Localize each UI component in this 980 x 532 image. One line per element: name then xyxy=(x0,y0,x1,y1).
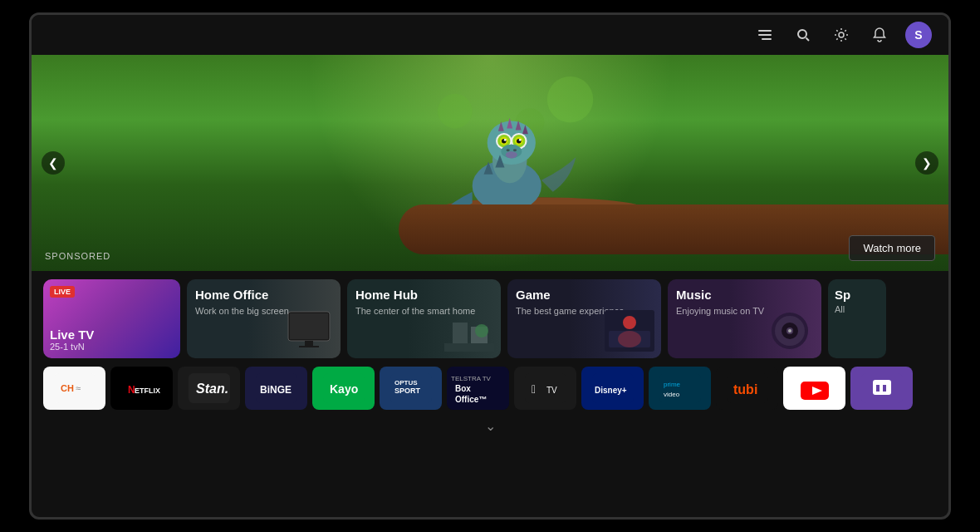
watch-more-button[interactable]: Watch more xyxy=(849,235,935,261)
category-card-sp[interactable]: Sp All xyxy=(828,279,886,358)
live-badge: LIVE xyxy=(50,286,75,298)
app-telstra-tv[interactable]: TELSTRA TV Box Office™ xyxy=(447,367,509,410)
hero-prev-button[interactable]: ❮ xyxy=(42,151,65,175)
app-stan[interactable]: Stan. xyxy=(178,367,240,410)
search-icon[interactable] xyxy=(791,22,816,47)
svg-text:Disney+: Disney+ xyxy=(595,386,627,395)
menu-icon[interactable] xyxy=(752,22,777,47)
home-hub-title: Home Hub xyxy=(355,288,492,302)
svg-text:video: video xyxy=(664,391,680,398)
app-twitch[interactable] xyxy=(850,367,913,410)
svg-text::  xyxy=(532,382,536,396)
svg-point-43 xyxy=(623,316,636,329)
svg-point-26 xyxy=(504,139,507,141)
app-disney-plus[interactable]: Disney+ xyxy=(581,367,644,410)
app-prime-video[interactable]: prime video xyxy=(649,367,711,410)
svg-rect-2 xyxy=(762,38,772,40)
apps-row: CH ≈ N ETFLIX Stan. BiNGE xyxy=(32,363,948,416)
svg-rect-1 xyxy=(758,34,772,36)
svg-rect-37 xyxy=(299,346,319,347)
header: S xyxy=(32,15,948,55)
svg-text:prime: prime xyxy=(664,381,681,388)
svg-text:≈: ≈ xyxy=(76,383,81,393)
svg-rect-36 xyxy=(305,341,313,346)
svg-point-5 xyxy=(839,32,844,37)
app-binge[interactable]: BiNGE xyxy=(245,367,307,410)
svg-rect-39 xyxy=(453,323,468,343)
svg-rect-38 xyxy=(444,343,494,352)
category-card-game[interactable]: Game The best game experience xyxy=(507,279,661,358)
svg-text:Office™: Office™ xyxy=(455,395,487,404)
svg-rect-84 xyxy=(873,380,891,395)
app-tubi[interactable]: tubi xyxy=(716,367,778,410)
svg-point-50 xyxy=(788,329,791,332)
svg-point-7 xyxy=(547,76,593,122)
svg-point-3 xyxy=(798,30,806,38)
svg-text:CH: CH xyxy=(61,383,74,393)
svg-rect-86 xyxy=(883,385,886,392)
hero-banner: ❮ ❯ SPONSORED Watch more xyxy=(32,55,948,271)
svg-point-41 xyxy=(475,324,488,337)
category-card-home-office[interactable]: Home Office Work on the big screen xyxy=(187,279,341,358)
notification-icon[interactable] xyxy=(867,22,892,47)
svg-point-29 xyxy=(507,149,510,151)
category-card-live-tv[interactable]: LIVE Live TV 25-1 tvN xyxy=(43,279,180,358)
avatar[interactable]: S xyxy=(905,22,932,48)
app-youtube[interactable] xyxy=(783,367,845,410)
tv-frame: S xyxy=(29,12,951,520)
settings-icon[interactable] xyxy=(829,22,854,47)
app-channel[interactable]: CH ≈ xyxy=(43,367,105,410)
svg-rect-45 xyxy=(609,331,650,347)
chevron-down-icon: ⌄ xyxy=(485,418,496,434)
svg-line-4 xyxy=(806,38,810,42)
live-tv-subtitle: 25-1 tvN xyxy=(50,342,174,352)
app-apple-tv[interactable]:  TV xyxy=(514,367,576,410)
svg-rect-75 xyxy=(659,373,701,403)
home-office-title: Home Office xyxy=(195,288,332,302)
app-kayo[interactable]: Kayo xyxy=(312,367,375,410)
svg-point-30 xyxy=(513,149,517,151)
svg-point-27 xyxy=(519,139,522,141)
svg-rect-35 xyxy=(290,313,328,339)
sponsored-label: SPONSORED xyxy=(45,251,110,261)
svg-text:SPORT: SPORT xyxy=(394,387,421,395)
live-tv-title: Live TV xyxy=(50,328,174,342)
app-netflix[interactable]: N ETFLIX xyxy=(110,367,173,410)
svg-text:TV: TV xyxy=(546,386,557,395)
svg-text:Kayo: Kayo xyxy=(330,382,358,396)
svg-point-6 xyxy=(438,94,473,129)
svg-text:BiNGE: BiNGE xyxy=(260,384,292,396)
category-card-home-hub[interactable]: Home Hub The center of the smart home xyxy=(347,279,501,358)
app-optus-sport[interactable]: OPTUS SPORT xyxy=(380,367,442,410)
game-title: Game xyxy=(516,288,653,302)
svg-text:OPTUS: OPTUS xyxy=(394,379,418,387)
svg-rect-85 xyxy=(876,385,880,392)
music-title: Music xyxy=(676,288,813,302)
hero-next-button[interactable]: ❯ xyxy=(915,151,938,175)
sp-title: Sp xyxy=(835,288,880,302)
sp-subtitle: All xyxy=(835,304,880,314)
svg-text:tubi: tubi xyxy=(733,382,757,397)
svg-text:TELSTRA TV: TELSTRA TV xyxy=(451,375,492,382)
svg-point-31 xyxy=(506,151,517,158)
scroll-down-indicator[interactable]: ⌄ xyxy=(32,416,948,437)
svg-text:Stan.: Stan. xyxy=(196,382,228,396)
svg-text:Box: Box xyxy=(455,384,471,393)
categories-row: LIVE Live TV 25-1 tvN Home Office Work o… xyxy=(32,271,948,363)
svg-text:ETFLIX: ETFLIX xyxy=(135,387,160,395)
category-card-music[interactable]: Music Enjoying music on TV xyxy=(668,279,821,358)
svg-rect-0 xyxy=(758,30,772,32)
